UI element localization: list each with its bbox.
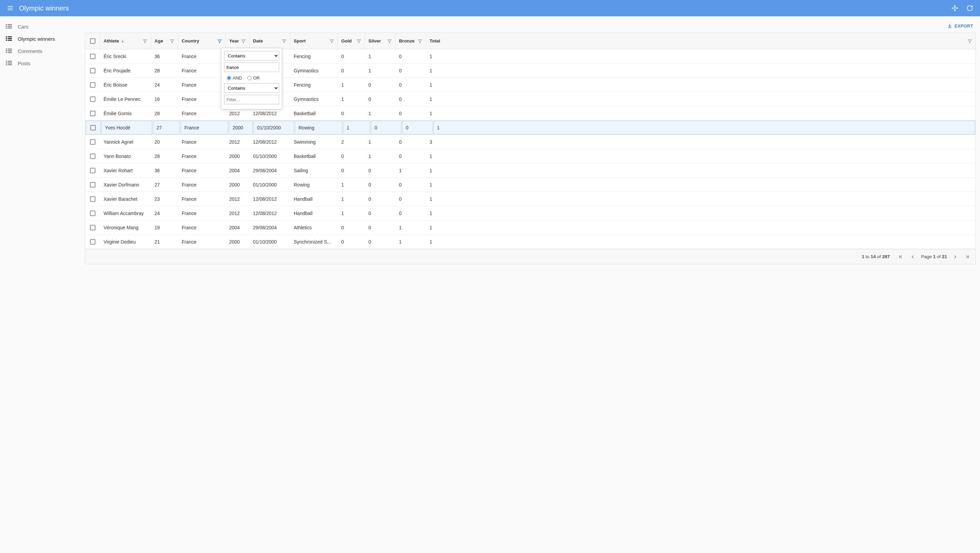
table-row[interactable]: Yann Bonato28France200001/10/2000Basketb… xyxy=(85,149,975,163)
header-total[interactable]: Total xyxy=(426,33,975,49)
header-bronze[interactable]: Bronze xyxy=(396,33,426,49)
table-row[interactable]: Xavier Rohart36France200429/08/2004Saili… xyxy=(85,163,975,178)
row-checkbox[interactable] xyxy=(90,54,95,59)
cell-checkbox[interactable] xyxy=(85,192,100,206)
cell-checkbox[interactable] xyxy=(85,149,100,163)
filter-operator-select[interactable]: Contains xyxy=(224,51,279,61)
cell-total: 1 xyxy=(433,121,975,134)
header-date[interactable]: Date xyxy=(250,33,290,49)
cell-country: France xyxy=(178,92,226,106)
filter-value2-input[interactable] xyxy=(224,95,279,104)
svg-rect-22 xyxy=(6,61,7,62)
next-page-button[interactable] xyxy=(951,253,959,261)
refresh-button[interactable] xyxy=(964,2,976,14)
table-row[interactable]: Éric Poujade28France2000Gymnastics0101 xyxy=(85,64,975,78)
row-checkbox[interactable] xyxy=(90,210,95,216)
filter-icon[interactable] xyxy=(387,39,392,43)
cell-checkbox[interactable] xyxy=(85,78,100,92)
table-row[interactable]: Xavier Barachet23France201212/08/2012Han… xyxy=(85,192,975,206)
cell-country: France xyxy=(181,121,228,134)
row-checkbox[interactable] xyxy=(90,182,95,188)
select-all-checkbox[interactable] xyxy=(90,38,95,44)
table-row[interactable]: Éric Boisse24France/2004Fencing1001 xyxy=(85,78,975,92)
filter-icon[interactable] xyxy=(418,39,422,43)
cell-checkbox[interactable] xyxy=(85,49,100,63)
header-sport[interactable]: Sport xyxy=(290,33,338,49)
table-row[interactable]: Yannick Agnel20France201212/08/2012Swimm… xyxy=(85,135,975,149)
filter-icon[interactable] xyxy=(329,39,334,43)
filter-icon[interactable] xyxy=(282,39,286,43)
cell-checkbox[interactable] xyxy=(85,64,100,77)
cell-country: France xyxy=(178,78,226,92)
filter-join-and[interactable]: AND xyxy=(227,75,242,81)
cell-checkbox[interactable] xyxy=(85,178,100,191)
cell-gold: 1 xyxy=(338,206,365,220)
table-row[interactable]: Yves Hocdé27France200001/10/2000Rowing10… xyxy=(85,121,975,135)
cell-athlete: William Accambray xyxy=(100,206,151,220)
filter-icon[interactable] xyxy=(967,39,972,43)
table-row[interactable]: Éric Srecki36France2000Fencing0101 xyxy=(85,49,975,64)
row-checkbox[interactable] xyxy=(90,225,95,230)
row-checkbox[interactable] xyxy=(90,111,95,116)
filter-operator2-select[interactable]: Contains xyxy=(224,83,279,93)
cell-checkbox[interactable] xyxy=(85,163,100,177)
header-label: Country xyxy=(182,38,199,43)
first-page-button[interactable] xyxy=(896,253,905,261)
row-checkbox[interactable] xyxy=(90,96,95,102)
table-row[interactable]: William Accambray24France201212/08/2012H… xyxy=(85,206,975,220)
header-year[interactable]: Year xyxy=(226,33,250,49)
header-checkbox[interactable] xyxy=(85,33,100,49)
row-checkbox[interactable] xyxy=(90,153,95,159)
cell-checkbox[interactable] xyxy=(85,135,100,149)
row-checkbox[interactable] xyxy=(90,168,95,173)
theme-toggle-button[interactable] xyxy=(949,2,961,14)
table-row[interactable]: Véronique Mang19France200429/08/2004Athl… xyxy=(85,220,975,235)
cell-country: France xyxy=(178,163,226,177)
cell-checkbox[interactable] xyxy=(85,235,100,249)
table-row[interactable]: Xavier Dorfmann27France200001/10/2000Row… xyxy=(85,178,975,192)
header-athlete[interactable]: Athlete xyxy=(100,33,151,49)
filter-icon[interactable] xyxy=(356,39,361,43)
filter-join-or[interactable]: OR xyxy=(247,75,260,81)
filter-icon[interactable] xyxy=(170,39,175,43)
row-checkbox[interactable] xyxy=(90,82,95,88)
header-country[interactable]: Country xyxy=(178,33,226,49)
cell-athlete: Xavier Barachet xyxy=(100,192,151,206)
filter-icon[interactable] xyxy=(143,39,147,43)
cell-silver: 1 xyxy=(365,106,396,120)
sidebar-item-posts[interactable]: Posts xyxy=(0,57,85,69)
sidebar-item-cars[interactable]: Cars xyxy=(0,21,85,33)
cell-age: 23 xyxy=(151,192,178,206)
filter-icon[interactable] xyxy=(217,39,222,43)
sidebar-item-label: Posts xyxy=(18,61,30,66)
row-checkbox[interactable] xyxy=(90,68,95,73)
cell-checkbox[interactable] xyxy=(85,106,100,120)
cell-checkbox[interactable] xyxy=(85,220,100,234)
menu-button[interactable] xyxy=(4,2,16,14)
filter-popup: Contains AND OR Contains xyxy=(221,48,282,109)
sidebar-item-comments[interactable]: Comments xyxy=(0,45,85,57)
filter-value-input[interactable] xyxy=(224,62,279,72)
cell-checkbox[interactable] xyxy=(85,92,100,106)
cell-silver: 0 xyxy=(365,235,396,249)
header-gold[interactable]: Gold xyxy=(338,33,365,49)
header-silver[interactable]: Silver xyxy=(365,33,396,49)
last-page-button[interactable] xyxy=(963,253,972,261)
row-checkbox[interactable] xyxy=(90,196,95,202)
table-row[interactable]: Virginie Dedieu21France200001/10/2000Syn… xyxy=(85,235,975,249)
cell-total: 1 xyxy=(426,192,975,206)
export-button[interactable]: EXPORT xyxy=(947,23,973,29)
row-checkbox[interactable] xyxy=(90,125,96,131)
prev-page-button[interactable] xyxy=(909,253,917,261)
cell-silver: 1 xyxy=(365,135,396,149)
row-checkbox[interactable] xyxy=(90,139,95,145)
row-checkbox[interactable] xyxy=(90,239,95,245)
cell-checkbox[interactable] xyxy=(86,121,100,134)
header-age[interactable]: Age xyxy=(151,33,178,49)
filter-icon[interactable] xyxy=(241,39,246,43)
svg-rect-17 xyxy=(8,49,12,49)
sidebar-item-olympic-winners[interactable]: Olympic winners xyxy=(0,33,85,45)
table-row[interactable]: Émilie Le Pennec16France/2004Gymnastics1… xyxy=(85,92,975,106)
table-row[interactable]: Émilie Gomis28France201212/08/2012Basket… xyxy=(85,106,975,121)
cell-checkbox[interactable] xyxy=(85,206,100,220)
